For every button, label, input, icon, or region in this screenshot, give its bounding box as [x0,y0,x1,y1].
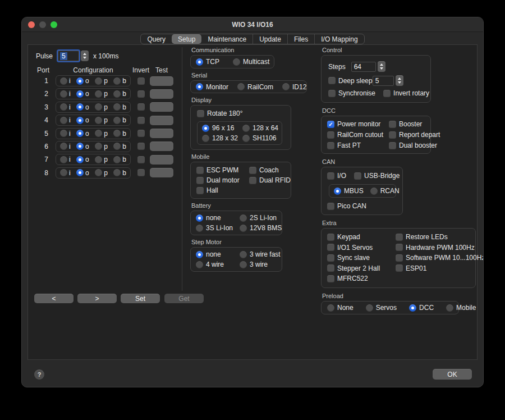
radio-b[interactable] [113,103,121,111]
hall-checkbox[interactable] [196,187,204,194]
chevron-down-icon[interactable] [398,81,401,84]
option-hall[interactable]: Hall [196,186,249,194]
railcom-cutout-checkbox[interactable] [327,131,334,139]
mfrc522-checkbox[interactable] [327,275,334,282]
option-invert-rotary[interactable]: Invert rotary [383,89,429,97]
option-mfrc522[interactable]: MFRC522 [327,275,396,282]
report-depart-checkbox[interactable] [389,131,396,139]
option-output[interactable]: o [76,156,89,163]
test-button[interactable] [150,102,173,112]
radio-96x16[interactable] [202,125,209,132]
radio-o[interactable] [76,130,84,137]
invert-checkbox[interactable] [137,130,145,137]
radio-sh1106[interactable] [242,135,250,142]
option-dual-booster[interactable]: Dual booster [389,141,440,149]
option-sh1106[interactable]: SH1106 [242,134,278,142]
radio-p[interactable] [95,130,102,137]
option-power-monitor[interactable]: Power monitor [327,120,389,128]
option-blink[interactable]: b [113,143,126,150]
option-input[interactable]: i [60,130,71,138]
coach-checkbox[interactable] [249,167,256,174]
option-128x64[interactable]: 128 x 64 [242,124,278,132]
radio-b[interactable] [113,156,121,163]
radio-b[interactable] [113,117,121,124]
option-blink[interactable]: b [113,156,126,163]
invert-checkbox[interactable] [137,90,145,98]
option-output[interactable]: o [76,143,89,150]
option-pulse[interactable]: p [95,103,108,111]
test-button[interactable] [150,76,173,86]
tab-io-mapping[interactable]: I/O Mapping [315,34,364,44]
dual-rfid-checkbox[interactable] [249,177,256,184]
option-dual-rfid[interactable]: Dual RFID [249,176,291,184]
test-button[interactable] [150,155,173,165]
deep-sleep-input[interactable]: 5 [373,76,394,86]
option-pulse[interactable]: p [95,77,108,85]
radio-multicast[interactable] [233,58,240,66]
radio-p[interactable] [95,77,102,85]
option-output[interactable]: o [76,130,89,138]
radio-i[interactable] [60,103,67,111]
pulse-stepper[interactable] [81,51,89,61]
esc-pwm-checkbox[interactable] [196,167,204,174]
option-preload-mobile[interactable]: Mobile [446,304,476,312]
radio-i[interactable] [60,90,67,98]
radio-128x64[interactable] [242,125,250,132]
radio-i[interactable] [60,117,67,124]
radio-3-wire[interactable] [240,261,247,268]
option-id12[interactable]: ID12 [282,83,306,91]
option-pulse[interactable]: p [95,143,108,150]
invert-rotary-checkbox[interactable] [383,90,391,97]
synchronise-checkbox[interactable] [328,90,336,97]
power-monitor-checkbox[interactable] [327,121,334,128]
option-output[interactable]: o [76,169,89,177]
set-button[interactable]: Set [121,294,160,303]
radio-o[interactable] [76,77,84,85]
option-2s-liion[interactable]: 2S Li-Ion [240,214,282,222]
option-pulse[interactable]: p [95,116,108,124]
close-button-icon[interactable] [28,21,35,28]
option-input[interactable]: i [60,90,71,98]
option-preload-servos[interactable]: Servos [366,304,397,312]
ok-button[interactable]: OK [433,369,472,380]
option-esc-pwm[interactable]: ESC PWM [196,166,249,174]
tab-query[interactable]: Query [141,34,172,44]
io1-servos-checkbox[interactable] [327,244,334,251]
option-blink[interactable]: b [113,169,126,177]
radio-o[interactable] [76,117,84,124]
option-input[interactable]: i [60,156,71,163]
zoom-button-icon[interactable] [50,21,57,28]
invert-checkbox[interactable] [137,156,145,163]
test-button[interactable] [150,116,173,125]
restore-leds-checkbox[interactable] [396,234,403,241]
chevron-up-icon[interactable] [83,53,86,55]
test-button[interactable] [150,89,173,99]
usb-bridge-checkbox[interactable] [354,172,361,180]
deep-sleep-checkbox[interactable] [328,77,336,84]
software-pwm-checkbox[interactable] [396,254,403,262]
radio-i[interactable] [60,77,67,85]
invert-checkbox[interactable] [137,103,145,111]
radio-id12[interactable] [282,83,290,90]
option-esp01[interactable]: ESP01 [396,264,484,272]
radio-step-none[interactable] [196,251,203,258]
next-port-button[interactable]: > [77,294,117,303]
option-3-wire-fast[interactable]: 3 wire fast [240,250,282,258]
option-usb-bridge[interactable]: USB-Bridge [354,172,400,180]
option-output[interactable]: o [76,77,89,85]
option-mbus[interactable]: MBUS [334,187,364,195]
option-hardware-pwm[interactable]: Hardware PWM 100Hz [396,244,484,252]
tab-update[interactable]: Update [253,34,288,44]
invert-checkbox[interactable] [137,117,145,124]
dual-motor-checkbox[interactable] [196,177,204,184]
steps-input[interactable]: 64 [351,62,376,72]
test-button[interactable] [150,168,173,177]
option-battery-none[interactable]: none [196,214,240,222]
option-io1-servos[interactable]: I/O1 Servos [327,244,396,252]
option-railcom-cutout[interactable]: RailCom cutout [327,131,389,139]
radio-railcom[interactable] [237,83,245,90]
radio-p[interactable] [95,156,102,163]
option-pulse[interactable]: p [95,90,108,98]
option-restore-leds[interactable]: Restore LEDs [396,233,484,241]
option-3-wire[interactable]: 3 wire [240,261,282,268]
